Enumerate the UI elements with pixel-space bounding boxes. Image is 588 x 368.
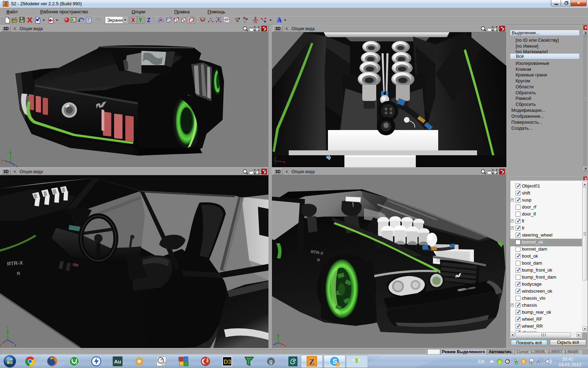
svg-text:x: x — [1, 158, 3, 162]
svg-text:X: X — [131, 17, 135, 23]
svg-text:1: 1 — [523, 360, 525, 363]
svg-text:14.01.2012: 14.01.2012 — [559, 362, 581, 367]
svg-text:Z: Z — [309, 357, 315, 366]
svg-text:z: z — [16, 165, 18, 167]
svg-text:x: x — [283, 160, 285, 164]
svg-text:Y: Y — [6, 326, 8, 329]
svg-text:g: g — [269, 359, 273, 364]
svg-text:Au: Au — [114, 359, 121, 364]
svg-text:z: z — [15, 343, 16, 347]
svg-text:z: z — [272, 344, 272, 348]
svg-text:x: x — [285, 344, 286, 348]
svg-text:EN: EN — [478, 359, 484, 364]
svg-text:Экраннь: Экраннь — [107, 18, 125, 23]
svg-text:20:41: 20:41 — [562, 356, 574, 362]
svg-text:1: 1 — [337, 363, 339, 366]
svg-text:ЯТR-X: ЯТR-X — [7, 260, 23, 267]
svg-text:Z: Z — [147, 17, 150, 23]
svg-text:Я: Я — [16, 271, 20, 276]
svg-text:Y: Y — [9, 147, 11, 151]
svg-text:D3: D3 — [224, 359, 231, 365]
svg-text:Y: Y — [139, 17, 142, 23]
svg-text:x: x — [0, 343, 2, 347]
